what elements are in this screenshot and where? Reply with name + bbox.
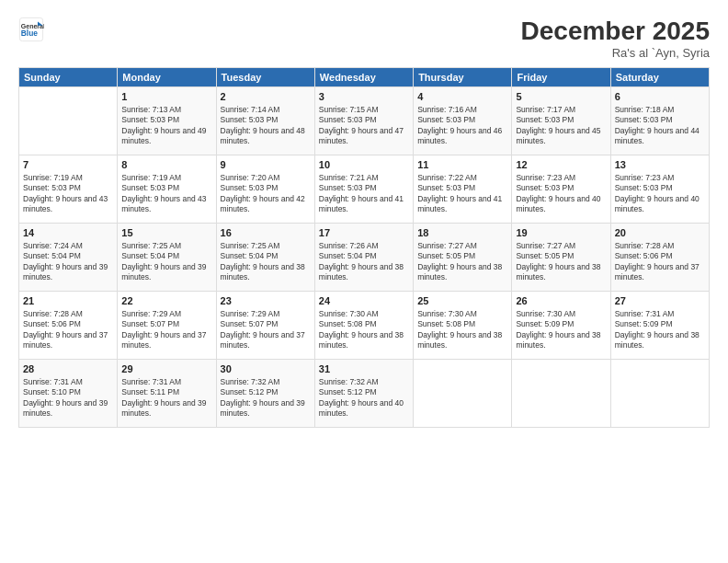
day-cell: 18Sunrise: 7:27 AMSunset: 5:05 PMDayligh… [414,224,512,292]
day-cell: 15Sunrise: 7:25 AMSunset: 5:04 PMDayligh… [118,224,216,292]
day-cell: 1Sunrise: 7:13 AMSunset: 5:03 PMDaylight… [118,87,216,155]
day-cell: 22Sunrise: 7:29 AMSunset: 5:07 PMDayligh… [118,292,216,360]
day-number: 22 [121,294,211,308]
day-number: 15 [121,226,211,240]
day-number: 4 [417,90,507,104]
day-number: 16 [221,226,311,240]
day-number: 10 [319,158,409,172]
day-number: 29 [121,362,211,376]
day-cell: 16Sunrise: 7:25 AMSunset: 5:04 PMDayligh… [216,224,314,292]
day-number: 5 [516,90,606,104]
day-cell: 23Sunrise: 7:29 AMSunset: 5:07 PMDayligh… [216,292,314,360]
day-number: 14 [23,226,113,240]
day-number: 7 [23,158,113,172]
day-cell: 10Sunrise: 7:21 AMSunset: 5:03 PMDayligh… [314,155,413,224]
day-number: 21 [23,294,113,308]
day-cell: 12Sunrise: 7:23 AMSunset: 5:03 PMDayligh… [512,155,610,224]
month-title: December 2025 [521,17,710,46]
day-number: 9 [221,158,311,172]
day-number: 6 [615,90,705,104]
logo: General Blue [18,17,44,42]
col-header-saturday: Saturday [610,68,709,87]
day-cell: 8Sunrise: 7:19 AMSunset: 5:03 PMDaylight… [118,155,216,224]
day-cell: 29Sunrise: 7:31 AMSunset: 5:11 PMDayligh… [118,360,216,428]
day-cell: 13Sunrise: 7:23 AMSunset: 5:03 PMDayligh… [610,155,709,224]
day-cell [19,87,118,155]
title-block: December 2025 Ra's al `Ayn, Syria [521,17,710,60]
col-header-wednesday: Wednesday [314,68,413,87]
day-number: 20 [615,226,705,240]
day-number: 26 [516,294,606,308]
day-cell: 30Sunrise: 7:32 AMSunset: 5:12 PMDayligh… [216,360,314,428]
day-number: 11 [417,158,507,172]
day-cell: 25Sunrise: 7:30 AMSunset: 5:08 PMDayligh… [414,292,512,360]
day-cell: 31Sunrise: 7:32 AMSunset: 5:12 PMDayligh… [314,360,413,428]
day-cell: 28Sunrise: 7:31 AMSunset: 5:10 PMDayligh… [19,360,118,428]
day-cell [512,360,610,428]
day-cell [610,360,709,428]
day-cell: 26Sunrise: 7:30 AMSunset: 5:09 PMDayligh… [512,292,610,360]
day-cell: 3Sunrise: 7:15 AMSunset: 5:03 PMDaylight… [314,87,413,155]
day-cell: 24Sunrise: 7:30 AMSunset: 5:08 PMDayligh… [314,292,413,360]
day-number: 30 [221,362,311,376]
day-cell: 21Sunrise: 7:28 AMSunset: 5:06 PMDayligh… [19,292,118,360]
svg-text:Blue: Blue [21,29,38,38]
day-number: 23 [221,294,311,308]
day-cell [414,360,512,428]
col-header-friday: Friday [512,68,610,87]
day-cell: 6Sunrise: 7:18 AMSunset: 5:03 PMDaylight… [610,87,709,155]
day-number: 27 [615,294,705,308]
week-row-1: 7Sunrise: 7:19 AMSunset: 5:03 PMDaylight… [19,155,710,224]
day-cell: 5Sunrise: 7:17 AMSunset: 5:03 PMDaylight… [512,87,610,155]
header-row: SundayMondayTuesdayWednesdayThursdayFrid… [19,68,710,87]
week-row-2: 14Sunrise: 7:24 AMSunset: 5:04 PMDayligh… [19,224,710,292]
day-cell: 11Sunrise: 7:22 AMSunset: 5:03 PMDayligh… [414,155,512,224]
calendar-table: SundayMondayTuesdayWednesdayThursdayFrid… [18,67,710,428]
day-number: 25 [417,294,507,308]
day-cell: 27Sunrise: 7:31 AMSunset: 5:09 PMDayligh… [610,292,709,360]
week-row-4: 28Sunrise: 7:31 AMSunset: 5:10 PMDayligh… [19,360,710,428]
col-header-tuesday: Tuesday [216,68,314,87]
day-number: 19 [516,226,606,240]
col-header-monday: Monday [118,68,216,87]
day-number: 31 [319,362,409,376]
day-number: 24 [319,294,409,308]
day-number: 12 [516,158,606,172]
week-row-3: 21Sunrise: 7:28 AMSunset: 5:06 PMDayligh… [19,292,710,360]
day-number: 13 [615,158,705,172]
header: General Blue December 2025 Ra's al `Ayn,… [18,17,710,60]
day-cell: 7Sunrise: 7:19 AMSunset: 5:03 PMDaylight… [19,155,118,224]
day-cell: 2Sunrise: 7:14 AMSunset: 5:03 PMDaylight… [216,87,314,155]
day-number: 2 [221,90,311,104]
day-number: 8 [121,158,211,172]
day-cell: 20Sunrise: 7:28 AMSunset: 5:06 PMDayligh… [610,224,709,292]
week-row-0: 1Sunrise: 7:13 AMSunset: 5:03 PMDaylight… [19,87,710,155]
logo-icon: General Blue [18,17,44,42]
day-number: 17 [319,226,409,240]
day-number: 1 [121,90,211,104]
day-cell: 9Sunrise: 7:20 AMSunset: 5:03 PMDaylight… [216,155,314,224]
col-header-sunday: Sunday [19,68,118,87]
day-cell: 19Sunrise: 7:27 AMSunset: 5:05 PMDayligh… [512,224,610,292]
day-number: 28 [23,362,113,376]
col-header-thursday: Thursday [414,68,512,87]
day-cell: 17Sunrise: 7:26 AMSunset: 5:04 PMDayligh… [314,224,413,292]
day-number: 3 [319,90,409,104]
location: Ra's al `Ayn, Syria [521,46,710,60]
day-cell: 4Sunrise: 7:16 AMSunset: 5:03 PMDaylight… [414,87,512,155]
day-number: 18 [417,226,507,240]
day-cell: 14Sunrise: 7:24 AMSunset: 5:04 PMDayligh… [19,224,118,292]
page: General Blue December 2025 Ra's al `Ayn,… [0,0,728,563]
